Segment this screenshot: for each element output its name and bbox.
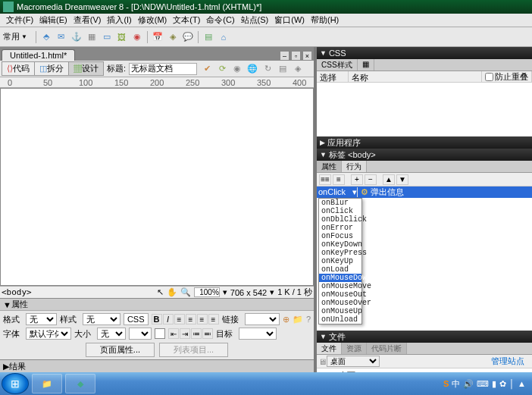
server-icon[interactable]: ◈ bbox=[166, 30, 180, 44]
hyperlink-icon[interactable]: ⬘ bbox=[39, 30, 53, 44]
point-to-file-icon[interactable]: ⊕ bbox=[283, 315, 289, 324]
show-set-events-icon[interactable]: ≡≡ bbox=[319, 174, 331, 185]
menu-window[interactable]: 窗口(W) bbox=[271, 14, 308, 26]
menu-view[interactable]: 查看(V) bbox=[70, 14, 105, 26]
manage-sites-link[interactable]: 管理站点 bbox=[491, 356, 530, 367]
format-select[interactable]: 无 bbox=[26, 313, 57, 325]
document-tab[interactable]: Untitled-1.html* bbox=[2, 49, 75, 61]
event-option[interactable]: onClick bbox=[319, 207, 361, 215]
code-view-button[interactable]: ⟨⟩代码 bbox=[2, 62, 35, 75]
menu-insert[interactable]: 插入(I) bbox=[104, 14, 134, 26]
date-icon[interactable]: 📅 bbox=[151, 30, 164, 44]
move-up-icon[interactable]: ▲ bbox=[383, 174, 395, 185]
menu-file[interactable]: 文件(F) bbox=[3, 14, 36, 26]
anchor-icon[interactable]: ⚓ bbox=[70, 30, 83, 44]
event-cell[interactable]: onClick▾ bbox=[317, 187, 358, 197]
zoom-input[interactable] bbox=[194, 287, 220, 297]
site-select[interactable]: 桌面 bbox=[327, 356, 380, 367]
check-browser-icon[interactable]: ✔ bbox=[200, 62, 214, 76]
tag-selector[interactable]: <body> bbox=[2, 287, 32, 297]
event-option[interactable]: onKeyDown bbox=[319, 240, 361, 249]
css-layers-tab[interactable]: ▦ bbox=[358, 59, 374, 71]
italic-icon[interactable]: I bbox=[163, 314, 174, 324]
tags-panel-header[interactable]: ▼标签 <body> bbox=[317, 149, 532, 161]
snippets-tab[interactable]: 代码片断 bbox=[367, 343, 407, 354]
event-option[interactable]: onLoad bbox=[319, 265, 361, 274]
font-select[interactable]: 默认字体 bbox=[26, 328, 71, 340]
menu-text[interactable]: 文本(T) bbox=[170, 14, 203, 26]
css-panel-header[interactable]: ▼CSS bbox=[317, 47, 532, 59]
list-item-button[interactable]: 列表项目... bbox=[159, 343, 228, 357]
zoom-tool-icon[interactable]: 🔍 bbox=[180, 287, 191, 297]
design-canvas[interactable] bbox=[0, 88, 314, 286]
align-left-icon[interactable]: ≡ bbox=[174, 314, 185, 324]
media-icon[interactable]: ◉ bbox=[130, 30, 144, 44]
event-option[interactable]: onBlur bbox=[319, 199, 361, 207]
show-all-events-icon[interactable]: ≡ bbox=[333, 174, 345, 185]
split-view-button[interactable]: ◫拆分 bbox=[35, 62, 69, 75]
insert-category[interactable]: 常用▼ bbox=[3, 31, 27, 42]
event-option[interactable]: onUnload bbox=[319, 315, 361, 324]
preview-icon[interactable]: 🌐 bbox=[246, 62, 259, 76]
behavior-row-selected[interactable]: onClick▾ ⚙ 弹出信息 bbox=[317, 187, 532, 198]
attributes-tab[interactable]: 属性 bbox=[317, 161, 342, 172]
files-tab[interactable]: 文件 bbox=[317, 343, 342, 354]
style-select[interactable]: 无 bbox=[83, 313, 120, 325]
quick-tag-icon[interactable]: ? bbox=[306, 315, 311, 324]
event-option[interactable]: onMouseOver bbox=[319, 299, 361, 307]
table-icon[interactable]: ▦ bbox=[85, 30, 99, 44]
tray-expand-icon[interactable]: ▲ bbox=[518, 379, 526, 388]
tag-chooser-icon[interactable]: ⌂ bbox=[217, 30, 230, 44]
move-down-icon[interactable]: ▼ bbox=[396, 174, 408, 185]
event-option[interactable]: onMouseUp bbox=[319, 307, 361, 315]
event-option[interactable]: onError bbox=[319, 224, 361, 232]
tray-sound-icon[interactable]: 🔊 bbox=[463, 379, 474, 389]
css-style-list[interactable] bbox=[317, 83, 532, 136]
event-option[interactable]: onKeyUp bbox=[319, 257, 361, 265]
doc-close-icon[interactable]: × bbox=[302, 51, 312, 61]
page-properties-button[interactable]: 页面属性... bbox=[86, 343, 155, 357]
refresh-icon[interactable]: ↻ bbox=[261, 62, 274, 76]
title-input[interactable] bbox=[129, 63, 197, 75]
tray-sogou-icon[interactable]: S bbox=[443, 379, 449, 388]
doc-minimize-icon[interactable]: – bbox=[280, 51, 289, 61]
task-dreamweaver[interactable]: ◆ bbox=[65, 374, 95, 393]
menu-edit[interactable]: 编辑(E) bbox=[36, 14, 70, 26]
target-select[interactable] bbox=[239, 328, 277, 340]
hand-tool-icon[interactable]: ✋ bbox=[167, 287, 177, 297]
window-size[interactable]: 706 x 542 bbox=[230, 288, 267, 297]
tray-flag-icon[interactable]: ▮ bbox=[492, 379, 496, 389]
tray-keyboard-icon[interactable]: ⌨ bbox=[477, 379, 489, 389]
outdent-icon[interactable]: ⇤ bbox=[168, 328, 179, 339]
properties-header[interactable]: ▼属性 bbox=[0, 299, 314, 311]
visual-aids-icon[interactable]: ◈ bbox=[291, 62, 305, 76]
indent-icon[interactable]: ⇥ bbox=[180, 328, 190, 339]
tray-ime-icon[interactable]: 中 bbox=[452, 378, 460, 390]
color-swatch[interactable] bbox=[155, 328, 165, 339]
browse-file-icon[interactable]: 📁 bbox=[293, 315, 303, 324]
link-select[interactable] bbox=[245, 313, 280, 325]
behaviors-tab[interactable]: 行为 bbox=[342, 161, 367, 172]
tray-tool-icon[interactable]: ✿ bbox=[499, 379, 506, 389]
image-icon[interactable]: 🖼 bbox=[115, 30, 129, 44]
event-option[interactable]: onDblClick bbox=[319, 215, 361, 224]
size-unit-select[interactable] bbox=[129, 328, 152, 340]
select-tool-icon[interactable]: ↖ bbox=[157, 287, 164, 297]
add-behavior-icon[interactable]: + bbox=[351, 174, 363, 185]
size-select[interactable]: 无 bbox=[97, 328, 126, 340]
behaviors-list[interactable]: onClick▾ ⚙ 弹出信息 onBluronClickonDblClicko… bbox=[317, 187, 532, 306]
event-option[interactable]: onFocus bbox=[319, 232, 361, 240]
event-option[interactable]: onMouseOut bbox=[319, 290, 361, 299]
menu-commands[interactable]: 命令(C) bbox=[203, 14, 237, 26]
view-options-icon[interactable]: ▤ bbox=[276, 62, 289, 76]
validate-icon[interactable]: ⟳ bbox=[215, 62, 229, 76]
event-option[interactable]: onKeyPress bbox=[319, 249, 361, 257]
results-header[interactable]: ▶结果 bbox=[0, 360, 314, 372]
css-styles-tab[interactable]: CSS样式 bbox=[317, 59, 358, 71]
prevent-overlap-checkbox[interactable]: 防止重叠 bbox=[482, 71, 532, 82]
event-option[interactable]: onMouseDown bbox=[319, 274, 361, 282]
div-icon[interactable]: ▭ bbox=[100, 30, 114, 44]
remove-behavior-icon[interactable]: − bbox=[365, 174, 377, 185]
ul-icon[interactable]: ≔ bbox=[191, 328, 202, 339]
doc-restore-icon[interactable]: ▫ bbox=[291, 51, 301, 61]
